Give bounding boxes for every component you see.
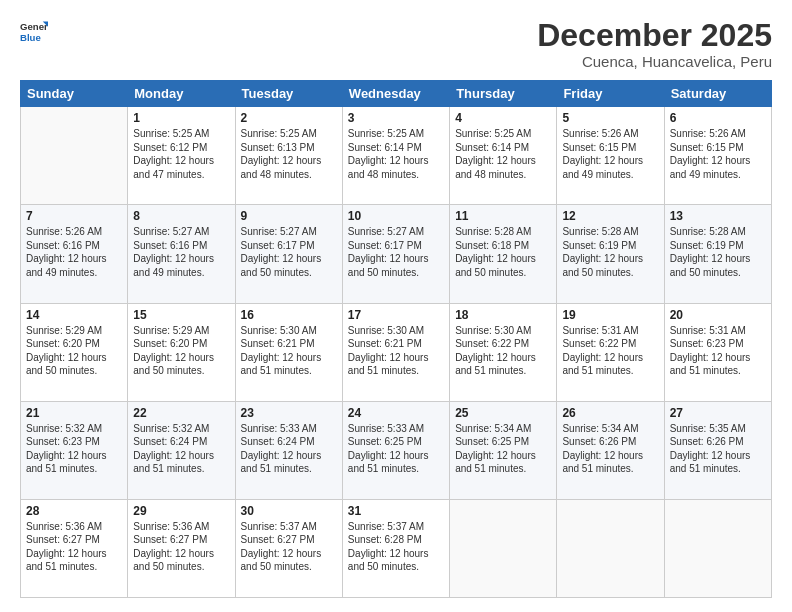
- table-cell: 3Sunrise: 5:25 AM Sunset: 6:14 PM Daylig…: [342, 107, 449, 205]
- cell-info: Sunrise: 5:29 AM Sunset: 6:20 PM Dayligh…: [26, 324, 122, 378]
- cell-info: Sunrise: 5:33 AM Sunset: 6:25 PM Dayligh…: [348, 422, 444, 476]
- day-number: 1: [133, 111, 229, 125]
- cell-info: Sunrise: 5:26 AM Sunset: 6:15 PM Dayligh…: [562, 127, 658, 181]
- svg-text:Blue: Blue: [20, 32, 41, 43]
- calendar-header-row: Sunday Monday Tuesday Wednesday Thursday…: [21, 81, 772, 107]
- table-cell: 28Sunrise: 5:36 AM Sunset: 6:27 PM Dayli…: [21, 499, 128, 597]
- table-cell: 2Sunrise: 5:25 AM Sunset: 6:13 PM Daylig…: [235, 107, 342, 205]
- cell-info: Sunrise: 5:28 AM Sunset: 6:19 PM Dayligh…: [562, 225, 658, 279]
- table-cell: 31Sunrise: 5:37 AM Sunset: 6:28 PM Dayli…: [342, 499, 449, 597]
- cell-info: Sunrise: 5:28 AM Sunset: 6:19 PM Dayligh…: [670, 225, 766, 279]
- table-cell: 15Sunrise: 5:29 AM Sunset: 6:20 PM Dayli…: [128, 303, 235, 401]
- cell-info: Sunrise: 5:35 AM Sunset: 6:26 PM Dayligh…: [670, 422, 766, 476]
- cell-info: Sunrise: 5:32 AM Sunset: 6:23 PM Dayligh…: [26, 422, 122, 476]
- table-cell: 24Sunrise: 5:33 AM Sunset: 6:25 PM Dayli…: [342, 401, 449, 499]
- table-cell: [664, 499, 771, 597]
- cell-info: Sunrise: 5:33 AM Sunset: 6:24 PM Dayligh…: [241, 422, 337, 476]
- cell-info: Sunrise: 5:32 AM Sunset: 6:24 PM Dayligh…: [133, 422, 229, 476]
- table-cell: 27Sunrise: 5:35 AM Sunset: 6:26 PM Dayli…: [664, 401, 771, 499]
- cell-info: Sunrise: 5:27 AM Sunset: 6:16 PM Dayligh…: [133, 225, 229, 279]
- col-saturday: Saturday: [664, 81, 771, 107]
- day-number: 6: [670, 111, 766, 125]
- day-number: 30: [241, 504, 337, 518]
- month-title: December 2025: [537, 18, 772, 53]
- calendar-row: 7Sunrise: 5:26 AM Sunset: 6:16 PM Daylig…: [21, 205, 772, 303]
- calendar-row: 1Sunrise: 5:25 AM Sunset: 6:12 PM Daylig…: [21, 107, 772, 205]
- table-cell: 8Sunrise: 5:27 AM Sunset: 6:16 PM Daylig…: [128, 205, 235, 303]
- day-number: 15: [133, 308, 229, 322]
- cell-info: Sunrise: 5:25 AM Sunset: 6:13 PM Dayligh…: [241, 127, 337, 181]
- day-number: 20: [670, 308, 766, 322]
- cell-info: Sunrise: 5:34 AM Sunset: 6:26 PM Dayligh…: [562, 422, 658, 476]
- cell-info: Sunrise: 5:25 AM Sunset: 6:12 PM Dayligh…: [133, 127, 229, 181]
- col-wednesday: Wednesday: [342, 81, 449, 107]
- day-number: 25: [455, 406, 551, 420]
- cell-info: Sunrise: 5:34 AM Sunset: 6:25 PM Dayligh…: [455, 422, 551, 476]
- cell-info: Sunrise: 5:28 AM Sunset: 6:18 PM Dayligh…: [455, 225, 551, 279]
- table-cell: 21Sunrise: 5:32 AM Sunset: 6:23 PM Dayli…: [21, 401, 128, 499]
- day-number: 28: [26, 504, 122, 518]
- day-number: 8: [133, 209, 229, 223]
- day-number: 16: [241, 308, 337, 322]
- table-cell: 26Sunrise: 5:34 AM Sunset: 6:26 PM Dayli…: [557, 401, 664, 499]
- table-cell: 4Sunrise: 5:25 AM Sunset: 6:14 PM Daylig…: [450, 107, 557, 205]
- cell-info: Sunrise: 5:30 AM Sunset: 6:21 PM Dayligh…: [241, 324, 337, 378]
- table-cell: 20Sunrise: 5:31 AM Sunset: 6:23 PM Dayli…: [664, 303, 771, 401]
- header: General Blue December 2025 Cuenca, Huanc…: [20, 18, 772, 70]
- cell-info: Sunrise: 5:30 AM Sunset: 6:21 PM Dayligh…: [348, 324, 444, 378]
- table-cell: [21, 107, 128, 205]
- calendar-row: 21Sunrise: 5:32 AM Sunset: 6:23 PM Dayli…: [21, 401, 772, 499]
- table-cell: [557, 499, 664, 597]
- col-thursday: Thursday: [450, 81, 557, 107]
- cell-info: Sunrise: 5:31 AM Sunset: 6:22 PM Dayligh…: [562, 324, 658, 378]
- day-number: 4: [455, 111, 551, 125]
- table-cell: 17Sunrise: 5:30 AM Sunset: 6:21 PM Dayli…: [342, 303, 449, 401]
- day-number: 7: [26, 209, 122, 223]
- day-number: 24: [348, 406, 444, 420]
- calendar-row: 28Sunrise: 5:36 AM Sunset: 6:27 PM Dayli…: [21, 499, 772, 597]
- page: General Blue December 2025 Cuenca, Huanc…: [0, 0, 792, 612]
- table-cell: 22Sunrise: 5:32 AM Sunset: 6:24 PM Dayli…: [128, 401, 235, 499]
- cell-info: Sunrise: 5:37 AM Sunset: 6:27 PM Dayligh…: [241, 520, 337, 574]
- day-number: 10: [348, 209, 444, 223]
- table-cell: 5Sunrise: 5:26 AM Sunset: 6:15 PM Daylig…: [557, 107, 664, 205]
- table-cell: 6Sunrise: 5:26 AM Sunset: 6:15 PM Daylig…: [664, 107, 771, 205]
- col-tuesday: Tuesday: [235, 81, 342, 107]
- day-number: 29: [133, 504, 229, 518]
- day-number: 12: [562, 209, 658, 223]
- subtitle: Cuenca, Huancavelica, Peru: [537, 53, 772, 70]
- cell-info: Sunrise: 5:25 AM Sunset: 6:14 PM Dayligh…: [455, 127, 551, 181]
- cell-info: Sunrise: 5:31 AM Sunset: 6:23 PM Dayligh…: [670, 324, 766, 378]
- table-cell: 18Sunrise: 5:30 AM Sunset: 6:22 PM Dayli…: [450, 303, 557, 401]
- day-number: 22: [133, 406, 229, 420]
- calendar-table: Sunday Monday Tuesday Wednesday Thursday…: [20, 80, 772, 598]
- table-cell: 9Sunrise: 5:27 AM Sunset: 6:17 PM Daylig…: [235, 205, 342, 303]
- day-number: 31: [348, 504, 444, 518]
- day-number: 13: [670, 209, 766, 223]
- day-number: 9: [241, 209, 337, 223]
- day-number: 11: [455, 209, 551, 223]
- cell-info: Sunrise: 5:36 AM Sunset: 6:27 PM Dayligh…: [26, 520, 122, 574]
- table-cell: 11Sunrise: 5:28 AM Sunset: 6:18 PM Dayli…: [450, 205, 557, 303]
- table-cell: 12Sunrise: 5:28 AM Sunset: 6:19 PM Dayli…: [557, 205, 664, 303]
- day-number: 5: [562, 111, 658, 125]
- cell-info: Sunrise: 5:25 AM Sunset: 6:14 PM Dayligh…: [348, 127, 444, 181]
- table-cell: [450, 499, 557, 597]
- day-number: 27: [670, 406, 766, 420]
- cell-info: Sunrise: 5:37 AM Sunset: 6:28 PM Dayligh…: [348, 520, 444, 574]
- cell-info: Sunrise: 5:29 AM Sunset: 6:20 PM Dayligh…: [133, 324, 229, 378]
- cell-info: Sunrise: 5:26 AM Sunset: 6:15 PM Dayligh…: [670, 127, 766, 181]
- day-number: 14: [26, 308, 122, 322]
- day-number: 17: [348, 308, 444, 322]
- table-cell: 19Sunrise: 5:31 AM Sunset: 6:22 PM Dayli…: [557, 303, 664, 401]
- cell-info: Sunrise: 5:27 AM Sunset: 6:17 PM Dayligh…: [348, 225, 444, 279]
- cell-info: Sunrise: 5:36 AM Sunset: 6:27 PM Dayligh…: [133, 520, 229, 574]
- cell-info: Sunrise: 5:30 AM Sunset: 6:22 PM Dayligh…: [455, 324, 551, 378]
- table-cell: 14Sunrise: 5:29 AM Sunset: 6:20 PM Dayli…: [21, 303, 128, 401]
- table-cell: 29Sunrise: 5:36 AM Sunset: 6:27 PM Dayli…: [128, 499, 235, 597]
- calendar-row: 14Sunrise: 5:29 AM Sunset: 6:20 PM Dayli…: [21, 303, 772, 401]
- svg-text:General: General: [20, 21, 48, 32]
- col-monday: Monday: [128, 81, 235, 107]
- day-number: 3: [348, 111, 444, 125]
- table-cell: 13Sunrise: 5:28 AM Sunset: 6:19 PM Dayli…: [664, 205, 771, 303]
